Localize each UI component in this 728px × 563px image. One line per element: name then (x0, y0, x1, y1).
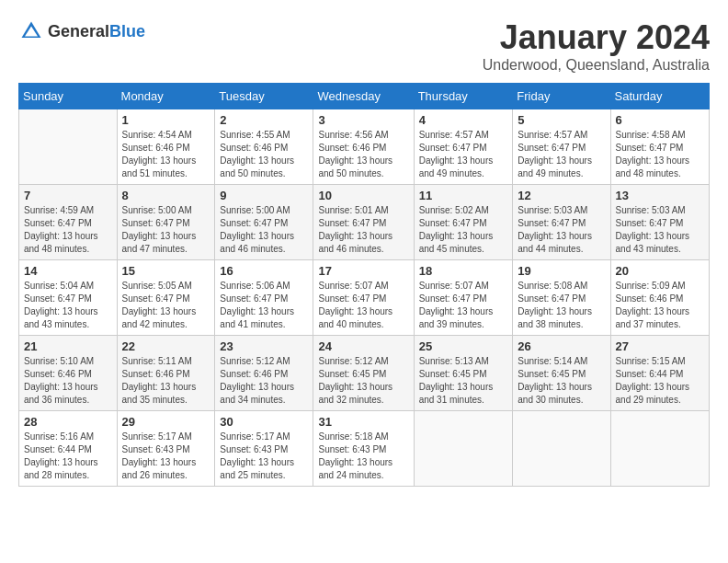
calendar-cell: 12Sunrise: 5:03 AMSunset: 6:47 PMDayligh… (513, 185, 610, 260)
day-number: 11 (419, 189, 508, 202)
calendar-cell: 3Sunrise: 4:56 AMSunset: 6:46 PMDaylight… (313, 109, 414, 185)
calendar-week-4: 21Sunrise: 5:10 AMSunset: 6:46 PMDayligh… (19, 336, 710, 411)
day-number: 9 (220, 189, 308, 202)
day-info: Sunrise: 5:07 AMSunset: 6:47 PMDaylight:… (318, 280, 408, 331)
day-number: 10 (318, 189, 408, 202)
day-number: 13 (616, 189, 704, 202)
day-info: Sunrise: 5:12 AMSunset: 6:46 PMDaylight:… (220, 355, 308, 407)
header-day-monday: Monday (117, 84, 215, 109)
day-number: 2 (220, 113, 308, 127)
calendar-week-1: 1Sunrise: 4:54 AMSunset: 6:46 PMDaylight… (19, 109, 710, 185)
day-info: Sunrise: 5:16 AMSunset: 6:44 PMDaylight:… (24, 431, 112, 482)
day-number: 30 (220, 415, 308, 429)
calendar-cell: 31Sunrise: 5:18 AMSunset: 6:43 PMDayligh… (313, 411, 414, 487)
logo-general: General (48, 22, 109, 40)
day-info: Sunrise: 5:11 AMSunset: 6:46 PMDaylight:… (122, 355, 210, 407)
day-info: Sunrise: 5:07 AMSunset: 6:47 PMDaylight:… (419, 280, 508, 331)
day-number: 25 (419, 339, 508, 353)
calendar-cell: 9Sunrise: 5:00 AMSunset: 6:47 PMDaylight… (215, 185, 313, 260)
calendar-cell: 2Sunrise: 4:55 AMSunset: 6:46 PMDaylight… (215, 109, 313, 185)
day-number: 12 (518, 189, 605, 202)
calendar-table: SundayMondayTuesdayWednesdayThursdayFrid… (18, 83, 710, 487)
calendar-cell: 25Sunrise: 5:13 AMSunset: 6:45 PMDayligh… (414, 336, 513, 411)
calendar-cell: 7Sunrise: 4:59 AMSunset: 6:47 PMDaylight… (19, 185, 118, 260)
calendar-cell: 11Sunrise: 5:02 AMSunset: 6:47 PMDayligh… (414, 185, 513, 260)
day-number: 17 (318, 264, 408, 278)
calendar-cell: 21Sunrise: 5:10 AMSunset: 6:46 PMDayligh… (19, 336, 118, 411)
calendar-cell: 16Sunrise: 5:06 AMSunset: 6:47 PMDayligh… (215, 260, 313, 336)
calendar-cell: 23Sunrise: 5:12 AMSunset: 6:46 PMDayligh… (215, 336, 313, 411)
day-info: Sunrise: 5:00 AMSunset: 6:47 PMDaylight:… (220, 204, 308, 256)
day-info: Sunrise: 5:06 AMSunset: 6:47 PMDaylight:… (220, 280, 308, 331)
day-number: 20 (616, 264, 704, 278)
logo-blue: Blue (109, 22, 145, 40)
page-header: GeneralBlue January 2024 Underwood, Quee… (18, 18, 710, 74)
calendar-cell: 27Sunrise: 5:15 AMSunset: 6:44 PMDayligh… (610, 336, 709, 411)
day-info: Sunrise: 5:01 AMSunset: 6:47 PMDaylight:… (318, 204, 408, 256)
day-info: Sunrise: 4:57 AMSunset: 6:47 PMDaylight:… (419, 129, 508, 180)
header-day-sunday: Sunday (19, 84, 118, 109)
header-day-friday: Friday (513, 84, 610, 109)
header-day-saturday: Saturday (610, 84, 709, 109)
logo-text: GeneralBlue (48, 22, 145, 41)
day-number: 29 (122, 415, 210, 429)
day-info: Sunrise: 5:08 AMSunset: 6:47 PMDaylight:… (518, 280, 605, 331)
day-number: 31 (318, 415, 408, 429)
calendar-cell: 29Sunrise: 5:17 AMSunset: 6:43 PMDayligh… (117, 411, 215, 487)
calendar-cell: 10Sunrise: 5:01 AMSunset: 6:47 PMDayligh… (313, 185, 414, 260)
day-info: Sunrise: 5:17 AMSunset: 6:43 PMDaylight:… (220, 431, 308, 482)
calendar-cell: 19Sunrise: 5:08 AMSunset: 6:47 PMDayligh… (513, 260, 610, 336)
day-number: 26 (518, 339, 605, 353)
calendar-cell: 22Sunrise: 5:11 AMSunset: 6:46 PMDayligh… (117, 336, 215, 411)
day-info: Sunrise: 4:56 AMSunset: 6:46 PMDaylight:… (318, 129, 408, 180)
day-info: Sunrise: 5:13 AMSunset: 6:45 PMDaylight:… (419, 355, 508, 407)
logo: GeneralBlue (18, 18, 145, 44)
calendar-cell (513, 411, 610, 487)
calendar-cell: 1Sunrise: 4:54 AMSunset: 6:46 PMDaylight… (117, 109, 215, 185)
day-number: 28 (24, 415, 112, 429)
calendar-week-5: 28Sunrise: 5:16 AMSunset: 6:44 PMDayligh… (19, 411, 710, 487)
day-info: Sunrise: 5:14 AMSunset: 6:45 PMDaylight:… (518, 355, 605, 407)
day-info: Sunrise: 4:55 AMSunset: 6:46 PMDaylight:… (220, 129, 308, 180)
day-number: 15 (122, 264, 210, 278)
day-info: Sunrise: 4:59 AMSunset: 6:47 PMDaylight:… (24, 204, 112, 256)
calendar-cell: 30Sunrise: 5:17 AMSunset: 6:43 PMDayligh… (215, 411, 313, 487)
calendar-week-3: 14Sunrise: 5:04 AMSunset: 6:47 PMDayligh… (19, 260, 710, 336)
calendar-header-row: SundayMondayTuesdayWednesdayThursdayFrid… (19, 84, 710, 109)
day-number: 23 (220, 339, 308, 353)
day-info: Sunrise: 5:00 AMSunset: 6:47 PMDaylight:… (122, 204, 210, 256)
logo-icon (18, 18, 44, 44)
calendar-cell: 6Sunrise: 4:58 AMSunset: 6:47 PMDaylight… (610, 109, 709, 185)
day-number: 3 (318, 113, 408, 127)
calendar-cell: 24Sunrise: 5:12 AMSunset: 6:45 PMDayligh… (313, 336, 414, 411)
day-info: Sunrise: 5:04 AMSunset: 6:47 PMDaylight:… (24, 280, 112, 331)
day-number: 1 (122, 113, 210, 127)
day-number: 5 (518, 113, 605, 127)
day-info: Sunrise: 4:58 AMSunset: 6:47 PMDaylight:… (616, 129, 704, 180)
calendar-cell: 20Sunrise: 5:09 AMSunset: 6:46 PMDayligh… (610, 260, 709, 336)
day-info: Sunrise: 5:03 AMSunset: 6:47 PMDaylight:… (518, 204, 605, 256)
calendar-cell: 15Sunrise: 5:05 AMSunset: 6:47 PMDayligh… (117, 260, 215, 336)
calendar-cell: 26Sunrise: 5:14 AMSunset: 6:45 PMDayligh… (513, 336, 610, 411)
calendar-cell: 18Sunrise: 5:07 AMSunset: 6:47 PMDayligh… (414, 260, 513, 336)
day-number: 24 (318, 339, 408, 353)
calendar-subtitle: Underwood, Queensland, Australia (483, 57, 710, 74)
calendar-title: January 2024 (483, 18, 710, 57)
header-day-tuesday: Tuesday (215, 84, 313, 109)
calendar-cell (19, 109, 118, 185)
day-number: 22 (122, 339, 210, 353)
header-day-thursday: Thursday (414, 84, 513, 109)
day-number: 19 (518, 264, 605, 278)
day-info: Sunrise: 5:12 AMSunset: 6:45 PMDaylight:… (318, 355, 408, 407)
day-info: Sunrise: 4:57 AMSunset: 6:47 PMDaylight:… (518, 129, 605, 180)
day-number: 6 (616, 113, 704, 127)
calendar-cell: 14Sunrise: 5:04 AMSunset: 6:47 PMDayligh… (19, 260, 118, 336)
day-number: 16 (220, 264, 308, 278)
day-number: 14 (24, 264, 112, 278)
title-block: January 2024 Underwood, Queensland, Aust… (483, 18, 710, 74)
calendar-cell: 28Sunrise: 5:16 AMSunset: 6:44 PMDayligh… (19, 411, 118, 487)
calendar-cell: 13Sunrise: 5:03 AMSunset: 6:47 PMDayligh… (610, 185, 709, 260)
day-number: 7 (24, 189, 112, 202)
day-info: Sunrise: 5:03 AMSunset: 6:47 PMDaylight:… (616, 204, 704, 256)
day-info: Sunrise: 5:09 AMSunset: 6:46 PMDaylight:… (616, 280, 704, 331)
